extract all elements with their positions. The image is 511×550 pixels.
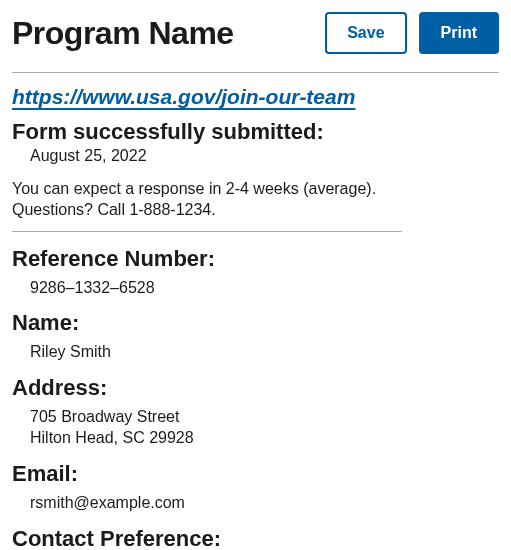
address-line-2: Hilton Head, SC 29928 <box>30 429 194 446</box>
field-address: Address: 705 Broadway Street Hilton Head… <box>12 375 499 449</box>
reference-label: Reference Number: <box>12 246 499 272</box>
program-link[interactable]: https://www.usa.gov/join-our-team <box>12 85 355 109</box>
email-label: Email: <box>12 461 499 487</box>
intro-line-1: You can expect a response in 2-4 weeks (… <box>12 180 376 197</box>
save-button[interactable]: Save <box>325 12 406 54</box>
email-value: rsmith@example.com <box>30 493 499 514</box>
reference-value: 9286–1332–6528 <box>30 278 499 299</box>
contact-label: Contact Preference: <box>12 526 499 550</box>
address-value: 705 Broadway Street Hilton Head, SC 2992… <box>30 407 499 449</box>
button-group: Save Print <box>325 12 499 54</box>
address-line-1: 705 Broadway Street <box>30 408 179 425</box>
name-value: Riley Smith <box>30 342 499 363</box>
field-reference: Reference Number: 9286–1332–6528 <box>12 246 499 299</box>
intro-date: August 25, 2022 <box>30 147 402 165</box>
page-title: Program Name <box>12 15 234 52</box>
intro-heading: Form successfully submitted: <box>12 119 402 145</box>
field-contact: Contact Preference: Telephone <box>12 526 499 550</box>
field-email: Email: rsmith@example.com <box>12 461 499 514</box>
field-name: Name: Riley Smith <box>12 310 499 363</box>
intro-line-2: Questions? Call 1-888-1234. <box>12 201 216 218</box>
intro-block: Form successfully submitted: August 25, … <box>12 119 402 232</box>
intro-text: You can expect a response in 2-4 weeks (… <box>12 179 402 221</box>
header-row: Program Name Save Print <box>12 12 499 73</box>
address-label: Address: <box>12 375 499 401</box>
name-label: Name: <box>12 310 499 336</box>
print-button[interactable]: Print <box>419 12 499 54</box>
